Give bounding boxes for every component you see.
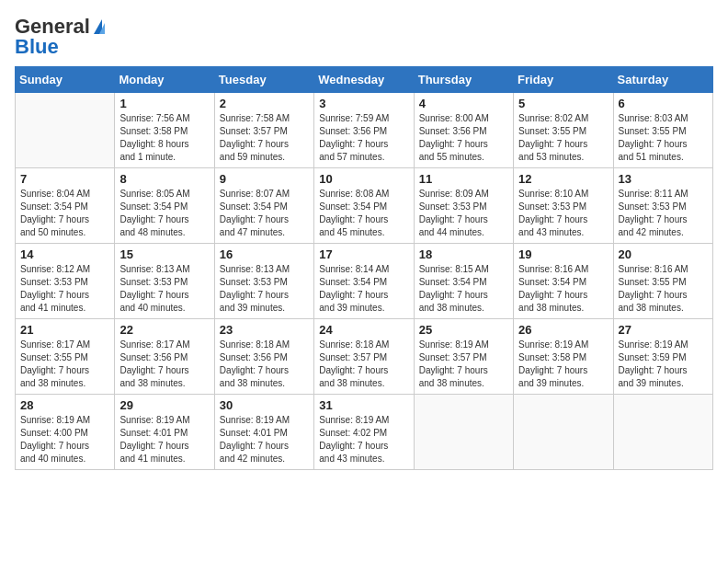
day-info: Sunrise: 8:08 AM Sunset: 3:54 PM Dayligh… <box>319 188 408 239</box>
day-info: Sunrise: 8:12 AM Sunset: 3:53 PM Dayligh… <box>20 263 109 315</box>
calendar-cell: 4Sunrise: 8:00 AM Sunset: 3:56 PM Daylig… <box>414 93 513 168</box>
calendar-week-row: 14Sunrise: 8:12 AM Sunset: 3:53 PM Dayli… <box>16 244 713 319</box>
weekday-header-saturday: Saturday <box>613 67 712 93</box>
calendar-week-row: 7Sunrise: 8:04 AM Sunset: 3:54 PM Daylig… <box>16 168 713 244</box>
calendar-cell: 8Sunrise: 8:05 AM Sunset: 3:54 PM Daylig… <box>115 168 214 244</box>
calendar-cell: 11Sunrise: 8:09 AM Sunset: 3:53 PM Dayli… <box>414 168 513 244</box>
calendar-cell: 30Sunrise: 8:19 AM Sunset: 4:01 PM Dayli… <box>214 395 313 470</box>
day-number: 13 <box>619 172 708 186</box>
day-number: 27 <box>619 323 708 337</box>
day-info: Sunrise: 8:19 AM Sunset: 3:58 PM Dayligh… <box>518 339 608 390</box>
day-number: 15 <box>119 247 209 261</box>
day-info: Sunrise: 8:03 AM Sunset: 3:55 PM Dayligh… <box>619 112 708 164</box>
calendar-cell: 2Sunrise: 7:58 AM Sunset: 3:57 PM Daylig… <box>214 93 313 168</box>
calendar-cell <box>613 395 712 470</box>
day-info: Sunrise: 8:19 AM Sunset: 4:01 PM Dayligh… <box>119 414 209 465</box>
day-number: 18 <box>419 247 508 261</box>
weekday-header-tuesday: Tuesday <box>214 67 313 93</box>
calendar-cell: 21Sunrise: 8:17 AM Sunset: 3:55 PM Dayli… <box>16 319 115 395</box>
calendar-cell: 18Sunrise: 8:15 AM Sunset: 3:54 PM Dayli… <box>414 244 513 319</box>
day-number: 7 <box>20 172 109 186</box>
day-number: 9 <box>220 172 309 186</box>
calendar-cell <box>414 395 513 470</box>
day-number: 8 <box>119 172 209 186</box>
day-info: Sunrise: 8:18 AM Sunset: 3:57 PM Dayligh… <box>319 339 408 390</box>
calendar-cell: 29Sunrise: 8:19 AM Sunset: 4:01 PM Dayli… <box>115 395 214 470</box>
day-number: 3 <box>319 97 408 110</box>
calendar-cell: 17Sunrise: 8:14 AM Sunset: 3:54 PM Dayli… <box>314 244 414 319</box>
calendar-week-row: 1Sunrise: 7:56 AM Sunset: 3:58 PM Daylig… <box>16 93 713 168</box>
calendar-cell: 1Sunrise: 7:56 AM Sunset: 3:58 PM Daylig… <box>115 93 214 168</box>
day-number: 11 <box>419 172 508 186</box>
day-number: 10 <box>319 172 408 186</box>
day-number: 25 <box>419 323 508 337</box>
weekday-header-wednesday: Wednesday <box>314 67 414 93</box>
day-number: 16 <box>220 247 309 261</box>
day-number: 24 <box>319 323 408 337</box>
day-info: Sunrise: 7:59 AM Sunset: 3:56 PM Dayligh… <box>319 112 408 164</box>
calendar-cell: 12Sunrise: 8:10 AM Sunset: 3:53 PM Dayli… <box>514 168 613 244</box>
calendar-cell: 31Sunrise: 8:19 AM Sunset: 4:02 PM Dayli… <box>314 395 414 470</box>
calendar-cell: 5Sunrise: 8:02 AM Sunset: 3:55 PM Daylig… <box>514 93 613 168</box>
logo-triangle-light <box>99 23 105 34</box>
calendar-cell: 27Sunrise: 8:19 AM Sunset: 3:59 PM Dayli… <box>613 319 712 395</box>
day-info: Sunrise: 8:14 AM Sunset: 3:54 PM Dayligh… <box>319 263 408 315</box>
day-number: 22 <box>119 323 209 337</box>
calendar-cell: 22Sunrise: 8:17 AM Sunset: 3:56 PM Dayli… <box>115 319 214 395</box>
calendar-cell: 28Sunrise: 8:19 AM Sunset: 4:00 PM Dayli… <box>16 395 115 470</box>
day-number: 31 <box>319 398 408 412</box>
calendar-cell <box>16 93 115 168</box>
day-info: Sunrise: 8:00 AM Sunset: 3:56 PM Dayligh… <box>419 112 508 164</box>
calendar-cell: 10Sunrise: 8:08 AM Sunset: 3:54 PM Dayli… <box>314 168 414 244</box>
day-info: Sunrise: 8:19 AM Sunset: 4:00 PM Dayligh… <box>20 414 109 465</box>
calendar-cell: 26Sunrise: 8:19 AM Sunset: 3:58 PM Dayli… <box>514 319 613 395</box>
day-info: Sunrise: 8:02 AM Sunset: 3:55 PM Dayligh… <box>518 112 608 164</box>
day-number: 30 <box>220 398 309 412</box>
day-number: 28 <box>20 398 109 412</box>
day-info: Sunrise: 8:13 AM Sunset: 3:53 PM Dayligh… <box>220 263 309 315</box>
day-number: 26 <box>518 323 608 337</box>
day-info: Sunrise: 8:07 AM Sunset: 3:54 PM Dayligh… <box>220 188 309 239</box>
calendar-cell: 24Sunrise: 8:18 AM Sunset: 3:57 PM Dayli… <box>314 319 414 395</box>
day-number: 2 <box>220 97 309 110</box>
day-info: Sunrise: 8:19 AM Sunset: 3:57 PM Dayligh… <box>419 339 508 390</box>
day-info: Sunrise: 8:04 AM Sunset: 3:54 PM Dayligh… <box>20 188 109 239</box>
logo-text-blue: Blue <box>15 35 59 59</box>
calendar-cell <box>514 395 613 470</box>
day-info: Sunrise: 8:19 AM Sunset: 3:59 PM Dayligh… <box>619 339 708 390</box>
day-number: 21 <box>20 323 109 337</box>
logo: General Blue <box>15 15 105 59</box>
day-number: 5 <box>518 97 608 110</box>
day-info: Sunrise: 8:17 AM Sunset: 3:55 PM Dayligh… <box>20 339 109 390</box>
calendar-cell: 25Sunrise: 8:19 AM Sunset: 3:57 PM Dayli… <box>414 319 513 395</box>
day-info: Sunrise: 8:05 AM Sunset: 3:54 PM Dayligh… <box>119 188 209 239</box>
day-info: Sunrise: 7:58 AM Sunset: 3:57 PM Dayligh… <box>220 112 309 164</box>
day-number: 23 <box>220 323 309 337</box>
calendar-cell: 15Sunrise: 8:13 AM Sunset: 3:53 PM Dayli… <box>115 244 214 319</box>
weekday-header-monday: Monday <box>115 67 214 93</box>
day-info: Sunrise: 8:19 AM Sunset: 4:01 PM Dayligh… <box>220 414 309 465</box>
weekday-header-friday: Friday <box>514 67 613 93</box>
day-number: 17 <box>319 247 408 261</box>
calendar-cell: 14Sunrise: 8:12 AM Sunset: 3:53 PM Dayli… <box>16 244 115 319</box>
day-number: 20 <box>619 247 708 261</box>
day-info: Sunrise: 8:17 AM Sunset: 3:56 PM Dayligh… <box>119 339 209 390</box>
calendar-week-row: 21Sunrise: 8:17 AM Sunset: 3:55 PM Dayli… <box>16 319 713 395</box>
day-number: 14 <box>20 247 109 261</box>
calendar-cell: 20Sunrise: 8:16 AM Sunset: 3:55 PM Dayli… <box>613 244 712 319</box>
calendar-table: SundayMondayTuesdayWednesdayThursdayFrid… <box>15 66 713 470</box>
day-info: Sunrise: 8:18 AM Sunset: 3:56 PM Dayligh… <box>220 339 309 390</box>
day-info: Sunrise: 8:16 AM Sunset: 3:54 PM Dayligh… <box>518 263 608 315</box>
day-info: Sunrise: 8:10 AM Sunset: 3:53 PM Dayligh… <box>518 188 608 239</box>
calendar-cell: 7Sunrise: 8:04 AM Sunset: 3:54 PM Daylig… <box>16 168 115 244</box>
calendar-cell: 13Sunrise: 8:11 AM Sunset: 3:53 PM Dayli… <box>613 168 712 244</box>
day-number: 6 <box>619 97 708 110</box>
calendar-cell: 9Sunrise: 8:07 AM Sunset: 3:54 PM Daylig… <box>214 168 313 244</box>
day-info: Sunrise: 8:13 AM Sunset: 3:53 PM Dayligh… <box>119 263 209 315</box>
calendar-week-row: 28Sunrise: 8:19 AM Sunset: 4:00 PM Dayli… <box>16 395 713 470</box>
weekday-header-row: SundayMondayTuesdayWednesdayThursdayFrid… <box>16 67 713 93</box>
day-info: Sunrise: 7:56 AM Sunset: 3:58 PM Dayligh… <box>119 112 209 164</box>
day-number: 19 <box>518 247 608 261</box>
day-info: Sunrise: 8:09 AM Sunset: 3:53 PM Dayligh… <box>419 188 508 239</box>
day-number: 4 <box>419 97 508 110</box>
